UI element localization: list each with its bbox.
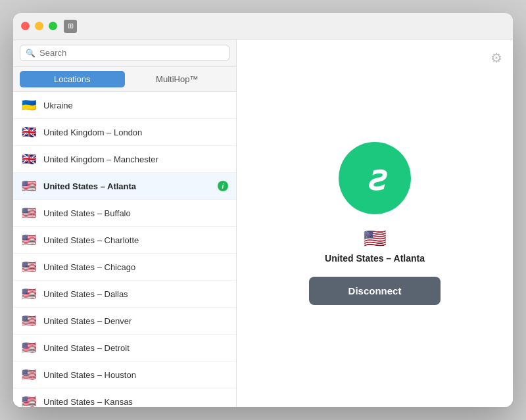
location-name: United States – Atlanta: [43, 181, 211, 191]
connected-info: 🇺🇸 United States – Atlanta: [325, 227, 425, 264]
location-item[interactable]: 🇺🇸United States – Charlotte: [13, 227, 236, 254]
location-flag: 🇺🇦: [21, 98, 37, 112]
app-window: ⊞ 🔍 Locations MultiHop™ 🇺🇦Ukraine🇬🇧Unite…: [13, 13, 513, 407]
tab-multihop[interactable]: MultiHop™: [125, 71, 230, 87]
location-name: United States – Buffalo: [43, 208, 228, 218]
location-flag: 🇬🇧: [21, 125, 37, 139]
location-name: Ukraine: [43, 101, 228, 110]
location-flag: 🇺🇸: [21, 233, 37, 247]
search-icon: 🔍: [26, 49, 36, 58]
location-flag: 🇺🇸: [21, 314, 37, 328]
location-name: United States – Denver: [43, 316, 228, 326]
location-flag: 🇺🇸: [21, 179, 37, 193]
titlebar: ⊞: [13, 13, 513, 39]
location-list[interactable]: 🇺🇦Ukraine🇬🇧United Kingdom – London🇬🇧Unit…: [13, 92, 236, 407]
sidebar: 🔍 Locations MultiHop™ 🇺🇦Ukraine🇬🇧United …: [13, 39, 237, 407]
connected-flag: 🇺🇸: [364, 227, 387, 249]
location-item[interactable]: 🇺🇸United States – Chicago: [13, 254, 236, 281]
gear-icon[interactable]: ⚙: [490, 50, 502, 66]
location-item[interactable]: 🇺🇸United States – Houston: [13, 362, 236, 388]
location-item[interactable]: 🇺🇸United States – Denver: [13, 308, 236, 335]
location-item[interactable]: 🇬🇧United Kingdom – London: [13, 119, 236, 146]
location-item[interactable]: 🇺🇸United States – Detroit: [13, 335, 236, 362]
location-flag: 🇺🇸: [21, 367, 37, 382]
location-flag: 🇺🇸: [21, 260, 37, 274]
close-button[interactable]: [21, 22, 30, 30]
search-input[interactable]: [39, 48, 224, 58]
tab-locations[interactable]: Locations: [20, 71, 125, 87]
connected-indicator: [218, 181, 228, 191]
location-name: United States – Houston: [43, 370, 228, 380]
location-name: United Kingdom – London: [43, 128, 228, 137]
search-box: 🔍: [20, 45, 229, 61]
location-flag: 🇺🇸: [21, 340, 37, 355]
tabs-container: Locations MultiHop™: [13, 67, 236, 92]
search-container: 🔍: [13, 39, 236, 67]
window-icon: ⊞: [64, 20, 77, 33]
location-name: United Kingdom – Manchester: [43, 154, 228, 164]
disconnect-button[interactable]: Disconnect: [309, 277, 441, 305]
location-flag: 🇺🇸: [21, 287, 37, 301]
location-name: United States – Chicago: [43, 262, 228, 272]
minimize-button[interactable]: [35, 22, 43, 30]
maximize-button[interactable]: [49, 22, 57, 30]
location-name: United States – Kansas: [43, 397, 228, 407]
location-item[interactable]: 🇺🇸United States – Buffalo: [13, 200, 236, 227]
location-name: United States – Charlotte: [43, 235, 228, 245]
location-item[interactable]: 🇬🇧United Kingdom – Manchester: [13, 146, 236, 173]
location-item[interactable]: 🇺🇸United States – Kansas: [13, 388, 236, 407]
location-flag: 🇺🇸: [21, 206, 37, 220]
connected-location-label: United States – Atlanta: [325, 253, 425, 264]
location-name: United States – Detroit: [43, 343, 228, 353]
vpn-logo: ƨ: [339, 142, 411, 214]
location-name: United States – Dallas: [43, 289, 228, 299]
location-item[interactable]: 🇺🇸United States – Dallas: [13, 281, 236, 308]
main-content: 🔍 Locations MultiHop™ 🇺🇦Ukraine🇬🇧United …: [13, 39, 513, 407]
traffic-lights: [21, 22, 57, 30]
location-flag: 🇬🇧: [21, 152, 37, 166]
location-flag: 🇺🇸: [21, 394, 37, 407]
location-item[interactable]: 🇺🇦Ukraine: [13, 92, 236, 119]
location-item[interactable]: 🇺🇸United States – Atlanta: [13, 173, 236, 200]
right-panel: ⚙ ƨ 🇺🇸 United States – Atlanta Disconnec…: [237, 39, 513, 407]
vpn-logo-letter: ƨ: [366, 161, 384, 195]
